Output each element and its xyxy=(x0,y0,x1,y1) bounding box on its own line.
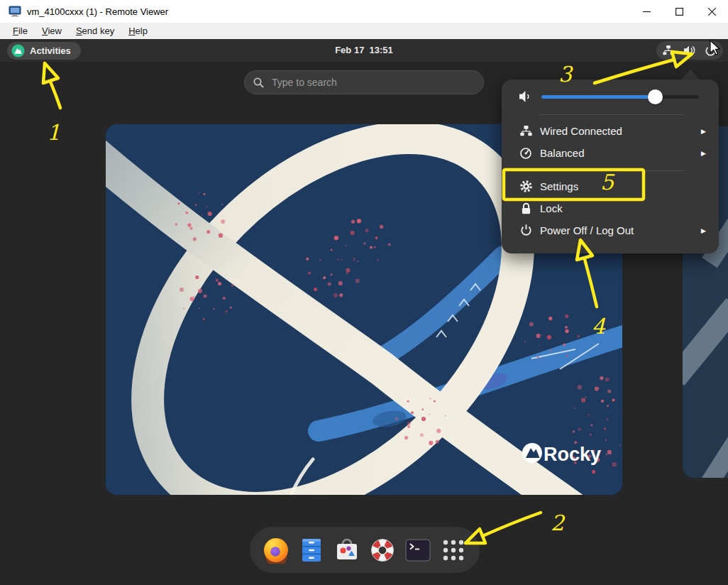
search-input[interactable] xyxy=(270,76,455,89)
power-profile-label: Balanced xyxy=(540,147,585,159)
power-profile-icon xyxy=(517,147,534,160)
system-tray[interactable] xyxy=(656,41,723,60)
rocky-wallpaper-logo: Rocky xyxy=(522,443,601,465)
menu-item-wired[interactable]: Wired Connected ▶ xyxy=(502,120,719,142)
title-bar: vm_4100cxxx (1) - Remote Viewer xyxy=(0,0,728,23)
wired-label: Wired Connected xyxy=(540,125,622,137)
callout-arrow-2 xyxy=(482,513,541,536)
dock-software-icon[interactable] xyxy=(332,535,362,565)
submenu-arrow-icon: ▶ xyxy=(701,150,706,157)
dock-terminal-icon[interactable] xyxy=(403,535,433,565)
submenu-arrow-icon: ▶ xyxy=(701,128,706,135)
menu-item-settings[interactable]: Settings xyxy=(502,175,719,197)
menu-item-power-profile[interactable]: Balanced ▶ xyxy=(502,142,719,164)
menu-send-key[interactable]: Send key xyxy=(69,24,121,38)
minimize-button[interactable] xyxy=(630,0,663,23)
volume-slider-row[interactable] xyxy=(502,85,719,108)
gear-icon xyxy=(517,180,534,193)
minimize-icon xyxy=(643,8,651,16)
lock-icon xyxy=(517,202,534,214)
search-icon xyxy=(253,77,264,88)
maximize-icon xyxy=(675,8,683,16)
settings-label: Settings xyxy=(540,180,578,192)
callout-number-1: 1 xyxy=(47,120,60,145)
dock-firefox-icon[interactable] xyxy=(261,535,291,565)
power-icon xyxy=(705,45,717,57)
menu-item-power-off[interactable]: Power Off / Log Out ▶ xyxy=(502,219,719,241)
window-title: vm_4100cxxx (1) - Remote Viewer xyxy=(27,6,168,17)
clock[interactable]: Feb 17 13:51 xyxy=(0,39,728,62)
volume-icon xyxy=(683,45,696,56)
close-icon xyxy=(708,8,716,16)
menu-file[interactable]: File xyxy=(6,24,35,38)
menu-pointer xyxy=(680,70,700,80)
menu-view[interactable]: View xyxy=(35,24,69,38)
svg-text:Rocky: Rocky xyxy=(544,444,601,465)
maximize-button[interactable] xyxy=(663,0,695,23)
dock-app-grid-icon[interactable] xyxy=(439,535,468,565)
power-off-label: Power Off / Log Out xyxy=(540,224,634,236)
speaker-icon xyxy=(519,89,533,104)
dock-files-icon[interactable] xyxy=(297,535,326,565)
lock-label: Lock xyxy=(540,202,563,214)
system-menu: Wired Connected ▶ Balanced ▶ xyxy=(502,80,719,253)
volume-slider-knob[interactable] xyxy=(648,89,663,104)
menu-separator xyxy=(539,170,683,171)
callout-number-2: 2 xyxy=(551,510,566,535)
remote-viewer-window: vm_4100cxxx (1) - Remote Viewer File Vie… xyxy=(0,0,728,585)
dash-dock xyxy=(250,527,480,573)
menu-item-lock[interactable]: Lock xyxy=(502,197,719,219)
power-icon xyxy=(517,224,534,236)
wired-network-icon xyxy=(517,125,534,137)
gnome-desktop: Activities Feb 17 13:51 xyxy=(0,39,728,585)
menu-help[interactable]: Help xyxy=(121,24,155,38)
dock-help-icon[interactable] xyxy=(368,535,397,565)
menu-bar: File View Send key Help xyxy=(0,23,728,39)
search-bar[interactable] xyxy=(244,70,484,94)
callout-arrow-1-head xyxy=(43,63,58,83)
menu-separator xyxy=(539,114,683,115)
volume-slider[interactable] xyxy=(541,95,699,99)
wired-network-icon xyxy=(663,45,674,56)
close-button[interactable] xyxy=(695,0,728,23)
remote-viewer-app-icon xyxy=(9,6,21,17)
callout-arrow-1 xyxy=(50,82,60,108)
submenu-arrow-icon: ▶ xyxy=(701,227,706,234)
